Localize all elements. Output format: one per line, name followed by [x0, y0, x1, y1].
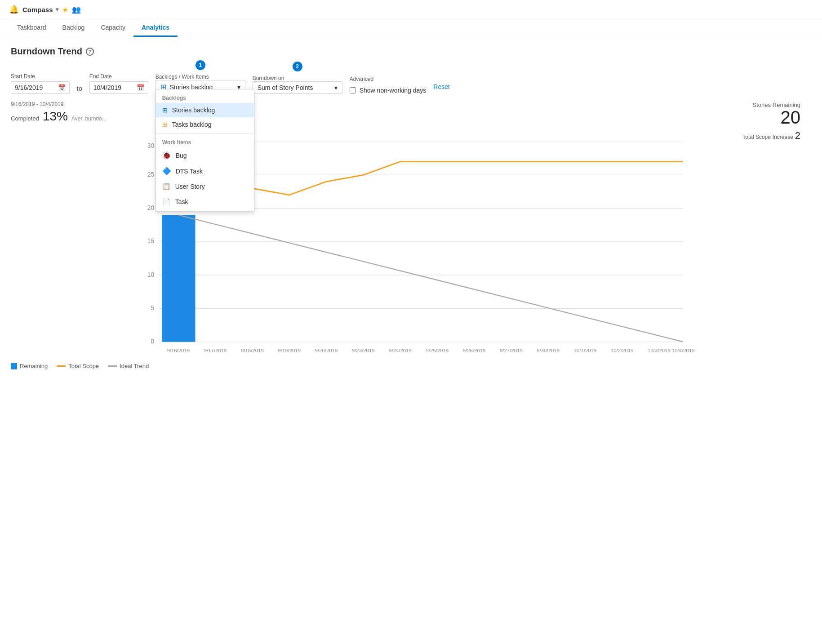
backlogs-dropdown-overlay: Backlogs ⊞ Stories backlog ⊞ Tasks backl…: [156, 89, 254, 212]
svg-text:9/23/2019: 9/23/2019: [352, 348, 375, 353]
end-date-input-wrapper[interactable]: 📅: [89, 81, 148, 94]
burndown-chevron-icon: ▾: [334, 84, 338, 91]
completed-pct: 13%: [43, 109, 68, 124]
chart-legend: Remaining Total Scope Ideal Trend: [11, 363, 811, 369]
legend-remaining-label: Remaining: [20, 363, 48, 369]
star-icon[interactable]: ★: [62, 5, 68, 14]
burndown-filter-group: 2 Burndown on Sum of Story Points ▾: [253, 67, 342, 94]
ideal-trend-line: [178, 215, 683, 342]
app-title: Compass ▾: [22, 6, 58, 13]
svg-text:20: 20: [147, 204, 155, 211]
page-title-row: Burndown Trend ?: [11, 46, 811, 57]
svg-text:10/1/2019: 10/1/2019: [574, 348, 597, 353]
tasks-backlog-icon: ⊞: [162, 121, 168, 128]
total-scope-value: 2: [795, 130, 800, 141]
burndown-dropdown-trigger[interactable]: Sum of Story Points ▾: [253, 81, 342, 94]
tab-capacity[interactable]: Capacity: [93, 19, 133, 37]
dropdown-item-task[interactable]: 📄 Task: [156, 194, 254, 209]
svg-text:30: 30: [147, 142, 155, 149]
user-story-label: User Story: [175, 183, 205, 190]
compass-icon: 🔔: [9, 4, 19, 14]
legend-remaining-box: [11, 363, 17, 369]
dropdown-divider: [156, 133, 254, 134]
end-date-group: End Date 📅: [89, 73, 148, 94]
app-title-text: Compass: [22, 6, 53, 13]
start-date-input-wrapper[interactable]: 📅: [11, 81, 70, 94]
backlogs-filter-group: 1 Backlogs / Work Items ⊞ Stories backlo…: [156, 66, 245, 94]
dropdown-item-stories-backlog[interactable]: ⊞ Stories backlog: [156, 103, 254, 117]
svg-text:9/19/2019: 9/19/2019: [278, 348, 301, 353]
page-title: Burndown Trend: [11, 46, 82, 57]
bug-label: Bug: [176, 152, 187, 159]
chart-date-range: 9/16/2019 - 10/4/2019: [11, 101, 107, 107]
svg-text:15: 15: [147, 238, 155, 244]
stories-backlog-label: Stories backlog: [172, 107, 215, 114]
dropdown-item-bug[interactable]: 🐞 Bug: [156, 147, 254, 163]
dropdown-item-user-story[interactable]: 📋 User Story: [156, 179, 254, 194]
svg-text:25: 25: [147, 171, 155, 178]
person-icon[interactable]: 👥: [72, 5, 81, 14]
svg-text:9/17/2019: 9/17/2019: [204, 348, 227, 353]
app-header: 🔔 Compass ▾ ★ 👥: [0, 0, 822, 19]
start-date-input[interactable]: [15, 84, 55, 91]
backlogs-label: Backlogs / Work Items: [156, 74, 209, 80]
dts-task-label: DTS Task: [176, 168, 203, 175]
svg-text:10/2/2019: 10/2/2019: [611, 348, 634, 353]
nav-tabs: Taskboard Backlog Capacity Analytics: [0, 19, 822, 37]
start-date-label: Start Date: [11, 73, 70, 80]
svg-text:5: 5: [151, 305, 154, 311]
task-label: Task: [175, 198, 188, 205]
start-date-calendar-icon[interactable]: 📅: [58, 84, 66, 91]
end-date-calendar-icon[interactable]: 📅: [137, 84, 144, 91]
filters-row: Start Date 📅 to End Date 📅 1 Backlogs / …: [11, 66, 811, 94]
legend-total-scope: Total Scope: [57, 363, 99, 369]
legend-ideal-trend-line: [108, 365, 117, 367]
legend-total-scope-line: [57, 365, 66, 367]
advanced-label: Advanced: [350, 76, 427, 82]
stories-backlog-icon: ⊞: [162, 107, 168, 114]
svg-text:9/27/2019: 9/27/2019: [500, 348, 523, 353]
step1-badge: 1: [196, 60, 205, 70]
reset-button[interactable]: Reset: [433, 80, 450, 93]
end-date-input[interactable]: [93, 84, 134, 91]
help-icon[interactable]: ?: [86, 48, 94, 56]
burndown-selected-value: Sum of Story Points: [258, 84, 313, 91]
tasks-backlog-label: Tasks backlog: [172, 121, 212, 128]
to-label: to: [77, 85, 82, 92]
legend-ideal-trend: Ideal Trend: [108, 363, 149, 369]
backlogs-section-label: Backlogs: [156, 91, 254, 103]
legend-remaining: Remaining: [11, 363, 48, 369]
svg-text:10/4/2019: 10/4/2019: [672, 348, 695, 353]
tab-taskboard[interactable]: Taskboard: [9, 19, 54, 37]
dts-task-icon: 🔷: [162, 167, 171, 175]
svg-text:10: 10: [147, 271, 155, 278]
svg-text:0: 0: [151, 338, 154, 345]
svg-text:9/20/2019: 9/20/2019: [315, 348, 338, 353]
start-date-group: Start Date 📅: [11, 73, 70, 94]
show-nonworking-checkbox[interactable]: [350, 87, 356, 93]
end-date-label: End Date: [89, 73, 148, 80]
work-items-section-label: Work Items: [156, 136, 254, 147]
stories-remaining-label: Stories: [752, 102, 770, 108]
step2-badge: 2: [293, 62, 302, 71]
chart-area: 9/16/2019 - 10/4/2019 Completed 13% Aver…: [11, 101, 811, 369]
tab-backlog[interactable]: Backlog: [54, 19, 93, 37]
user-story-icon: 📋: [162, 182, 171, 191]
svg-text:10/3/2019: 10/3/2019: [648, 348, 671, 353]
avg-burndown-label: Aver. burndo...: [71, 115, 107, 122]
dropdown-item-dts-task[interactable]: 🔷 DTS Task: [156, 163, 254, 179]
total-scope-label2: Increase: [773, 134, 793, 140]
show-nonworking-row: Show non-working days: [350, 87, 427, 94]
legend-total-scope-label: Total Scope: [68, 363, 99, 369]
advanced-group: Advanced Show non-working days: [350, 76, 427, 94]
svg-text:9/25/2019: 9/25/2019: [426, 348, 449, 353]
chart-wrapper: 0 5 10 15 20 25 30: [11, 142, 811, 357]
dropdown-item-tasks-backlog[interactable]: ⊞ Tasks backlog: [156, 117, 254, 132]
show-nonworking-label: Show non-working days: [360, 87, 427, 94]
legend-ideal-trend-label: Ideal Trend: [120, 363, 149, 369]
tab-analytics[interactable]: Analytics: [133, 19, 178, 37]
title-chevron-icon[interactable]: ▾: [56, 6, 58, 13]
svg-text:9/16/2019: 9/16/2019: [167, 348, 190, 353]
burndown-chart-svg: 0 5 10 15 20 25 30: [11, 142, 811, 357]
svg-text:9/24/2019: 9/24/2019: [389, 348, 412, 353]
